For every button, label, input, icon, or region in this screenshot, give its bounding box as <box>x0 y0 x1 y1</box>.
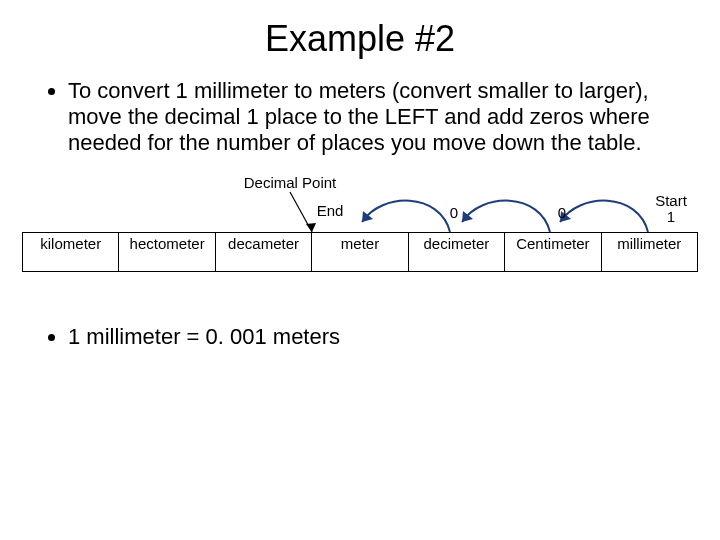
start-label: Start <box>646 192 696 209</box>
slide-title: Example #2 <box>0 0 720 60</box>
unit-cell-kilometer: kilometer <box>23 232 119 271</box>
start-value: 1 <box>646 208 696 225</box>
slide: Example #2 To convert 1 millimeter to me… <box>0 0 720 540</box>
unit-cell-centimeter: Centimeter <box>505 232 601 271</box>
result-block: 1 millimeter = 0. 001 meters <box>0 294 720 350</box>
zero-b: 0 <box>552 204 572 221</box>
bullet-1: To convert 1 millimeter to meters (conve… <box>68 78 674 156</box>
pointer-arrowhead-icon <box>306 223 316 232</box>
hop-arc-2 <box>462 200 550 231</box>
hop-arc-1 <box>560 200 648 231</box>
unit-cell-millimeter: millimeter <box>601 232 697 271</box>
end-label: End <box>310 202 350 219</box>
conversion-diagram: Decimal Point End Start 1 0 0 kilometer … <box>20 174 700 294</box>
unit-cell-hectometer: hectometer <box>119 232 215 271</box>
units-table: kilometer hectometer decameter meter dec… <box>22 232 698 272</box>
table-row: kilometer hectometer decameter meter dec… <box>23 232 698 271</box>
body-text-block: To convert 1 millimeter to meters (conve… <box>0 60 720 156</box>
pointer-line <box>290 192 312 232</box>
unit-cell-meter: meter <box>312 232 408 271</box>
result-bullet: 1 millimeter = 0. 001 meters <box>68 324 674 350</box>
unit-cell-decameter: decameter <box>215 232 311 271</box>
unit-cell-decimeter: decimeter <box>408 232 504 271</box>
hop-arc-3 <box>362 200 450 231</box>
decimal-point-label: Decimal Point <box>235 174 345 191</box>
hop-arrowhead-3-icon <box>362 211 373 222</box>
zero-a: 0 <box>444 204 464 221</box>
